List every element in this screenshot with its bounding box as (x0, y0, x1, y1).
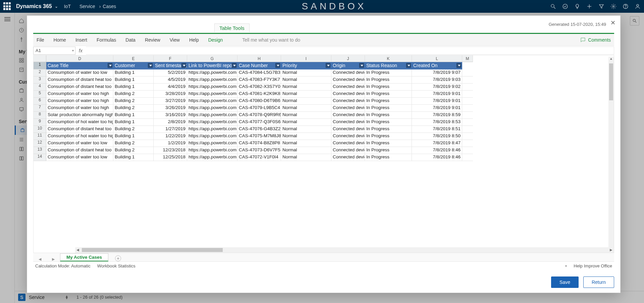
vertical-scrollbar[interactable]: ▲▼ (608, 62, 614, 247)
add-sheet-icon[interactable]: + (115, 255, 121, 261)
cell[interactable]: https://app.powerbi.com (187, 133, 237, 140)
ribbon-tab-view[interactable]: View (170, 37, 180, 43)
row-header[interactable]: 12 (34, 140, 46, 147)
filter-dropdown-icon[interactable] (148, 63, 153, 68)
cell[interactable]: Building 1 (113, 84, 154, 91)
cell[interactable] (462, 133, 473, 140)
ribbon-tab-review[interactable]: Review (145, 37, 160, 43)
cell[interactable]: Consumption of distant heat too (46, 77, 113, 84)
cell[interactable]: https://app.powerbi.com (187, 98, 237, 105)
cell[interactable]: In Progress (365, 112, 412, 119)
cell[interactable]: In Progress (365, 91, 412, 98)
cell[interactable]: Normal (281, 154, 331, 161)
plus-icon[interactable] (586, 3, 592, 9)
cell[interactable] (462, 147, 473, 154)
site-name[interactable]: IoT (64, 4, 71, 9)
cell[interactable]: Building 2 (113, 91, 154, 98)
breadcrumb-service[interactable]: Service (79, 4, 95, 9)
cell[interactable]: Building 2 (113, 126, 154, 133)
cell[interactable]: https://app.powerbi.com (187, 84, 237, 91)
cell[interactable] (462, 126, 473, 133)
cell[interactable]: Solar production abnormally high (46, 112, 113, 119)
cell[interactable]: Connected device (331, 105, 365, 112)
cell[interactable]: 1/22/2019 (154, 133, 187, 140)
cell[interactable]: In Progress (365, 84, 412, 91)
cell[interactable]: In Progress (365, 133, 412, 140)
cell[interactable]: CAS-47077-Q3F0S6 (237, 119, 281, 126)
cell[interactable]: 3/28/2019 (154, 91, 187, 98)
row-header[interactable]: 6 (34, 98, 46, 105)
cell[interactable]: https://app.powerbi.com (187, 77, 237, 84)
cell[interactable] (462, 112, 473, 119)
cell[interactable]: Building 2 (113, 105, 154, 112)
column-header[interactable]: G (187, 55, 237, 62)
cell[interactable]: In Progress (365, 69, 412, 77)
cell[interactable]: Connected device (331, 133, 365, 140)
select-all-corner[interactable] (34, 55, 46, 62)
cell[interactable]: In Progress (365, 154, 412, 161)
table-column-header[interactable]: Created On (412, 62, 462, 69)
cell[interactable]: https://app.powerbi.com (187, 105, 237, 112)
cell[interactable]: Connected device (331, 112, 365, 119)
cell[interactable]: Consumption of distant heat too (46, 126, 113, 133)
close-icon[interactable]: ✕ (610, 19, 615, 27)
cell[interactable]: In Progress (365, 140, 412, 147)
gear-icon[interactable] (610, 3, 616, 9)
cell[interactable]: https://app.powerbi.com (187, 69, 237, 77)
cell[interactable]: CAS-47072-V1F0I4 (237, 154, 281, 161)
cell[interactable] (462, 77, 473, 84)
cell[interactable]: Consumption of hot water too high (46, 133, 113, 140)
cell[interactable]: https://app.powerbi.com (187, 91, 237, 98)
filter-dropdown-icon[interactable] (275, 63, 280, 68)
comments-button[interactable]: Comments (580, 37, 611, 43)
ribbon-tab-insert[interactable]: Insert (75, 37, 87, 43)
column-header[interactable]: I (281, 55, 331, 62)
context-tab-tabletools[interactable]: Table Tools (214, 23, 250, 32)
cell[interactable]: Connected device (331, 77, 365, 84)
cell[interactable]: https://app.powerbi.com (187, 147, 237, 154)
cell[interactable]: https://app.powerbi.com (187, 154, 237, 161)
return-button[interactable]: Return (583, 276, 614, 288)
cell[interactable] (462, 69, 473, 77)
cell[interactable]: Consumption of water too high (46, 105, 113, 112)
cell[interactable]: 7/8/2019 9:07 (412, 69, 462, 77)
cell[interactable] (462, 91, 473, 98)
cell[interactable]: CAS-47079-L9B5C4 (237, 105, 281, 112)
cell[interactable] (462, 84, 473, 91)
tell-me-input[interactable]: Tell me what you want to do (242, 37, 300, 43)
cell[interactable]: Normal (281, 84, 331, 91)
ribbon-tab-file[interactable]: File (37, 37, 44, 43)
cell[interactable]: Connected device (331, 119, 365, 126)
cell[interactable]: Connected device (331, 98, 365, 105)
cell[interactable]: Consumption of distant heat too (46, 147, 113, 154)
table-column-header[interactable]: Sent timestamp (154, 62, 187, 69)
cell[interactable]: 3/26/2019 (154, 105, 187, 112)
workbook-stats[interactable]: Workbook Statistics (97, 263, 136, 268)
app-launcher-icon[interactable] (3, 2, 11, 10)
cell[interactable]: Normal (281, 105, 331, 112)
column-header[interactable]: K (365, 55, 412, 62)
cell[interactable]: 7/8/2019 9:01 (412, 105, 462, 112)
table-column-header[interactable]: Link to PowerBI report (187, 62, 237, 69)
cell[interactable]: Normal (281, 147, 331, 154)
cell[interactable]: Consumption of water too low (46, 69, 113, 77)
cell[interactable]: CAS-47074-B8Z8P8 (237, 140, 281, 147)
save-button[interactable]: Save (551, 276, 579, 288)
table-column-header[interactable]: Priority (281, 62, 331, 69)
cell[interactable]: 1/27/2019 (154, 126, 187, 133)
cell[interactable]: https://app.powerbi.com (187, 140, 237, 147)
cell[interactable]: 1/2/2019 (154, 140, 187, 147)
cell[interactable]: Building 2 (113, 147, 154, 154)
cell[interactable]: Consumption of water too high (46, 91, 113, 98)
column-header[interactable]: D (46, 55, 113, 62)
cell[interactable]: Normal (281, 112, 331, 119)
cell[interactable]: Consumption of water too low (46, 154, 113, 161)
status-caret[interactable]: ▾ (565, 264, 567, 268)
row-header[interactable]: 11 (34, 133, 46, 140)
filter-dropdown-icon[interactable] (326, 63, 330, 68)
breadcrumb-cases[interactable]: Cases (103, 4, 116, 9)
cell[interactable]: https://app.powerbi.com (187, 119, 237, 126)
row-header[interactable]: 13 (34, 147, 46, 154)
cell[interactable]: In Progress (365, 119, 412, 126)
sheet-tab-active[interactable]: My Active Cases (60, 253, 108, 261)
